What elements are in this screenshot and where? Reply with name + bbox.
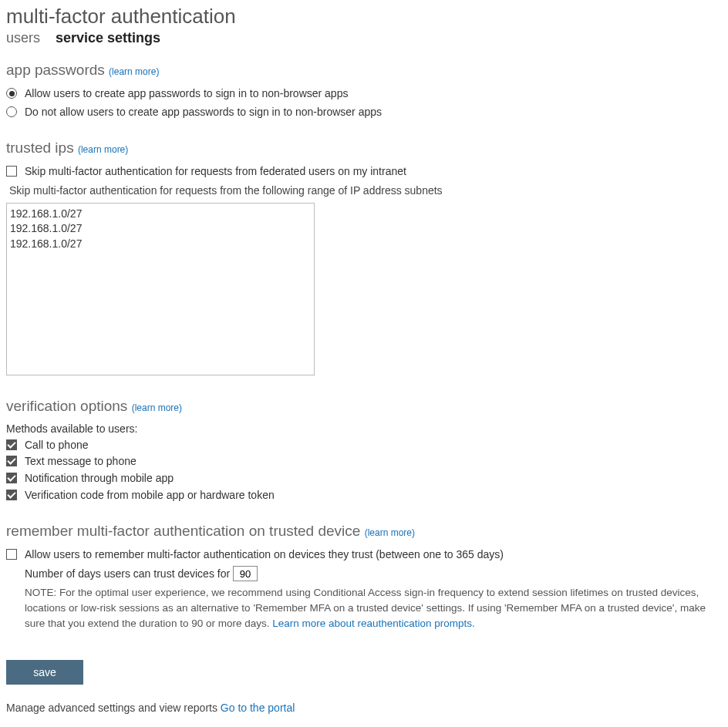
verification-learn-more-link[interactable]: learn more: [132, 402, 182, 413]
checkbox-text-label: Text message to phone: [25, 454, 136, 470]
methods-available-label: Methods available to users:: [6, 422, 722, 435]
trusted-ips-heading: trusted ips learn more: [6, 140, 722, 157]
go-to-portal-link[interactable]: Go to the portal: [221, 702, 295, 714]
remember-learn-more-link[interactable]: learn more: [365, 527, 415, 538]
radio-disallow-app-passwords[interactable]: [6, 106, 17, 117]
checkbox-skip-federated-label: Skip multi-factor authentication for req…: [25, 164, 406, 180]
section-verification-options: verification options learn more Methods …: [6, 398, 722, 503]
trusted-ips-textarea[interactable]: [6, 203, 315, 375]
days-trust-input[interactable]: [233, 566, 258, 581]
section-remember-mfa: remember multi-factor authentication on …: [6, 523, 722, 631]
subnet-range-label: Skip multi-factor authentication for req…: [9, 184, 722, 197]
tab-users[interactable]: users: [6, 30, 40, 46]
verification-options-heading: verification options learn more: [6, 398, 722, 415]
app-passwords-heading-text: app passwords: [6, 62, 105, 78]
remember-mfa-heading-text: remember multi-factor authentication on …: [6, 523, 360, 539]
checkbox-call-to-phone[interactable]: [6, 439, 17, 450]
checkbox-allow-remember-label: Allow users to remember multi-factor aut…: [25, 547, 504, 563]
page-title: multi-factor authentication: [6, 5, 722, 29]
tab-service-settings[interactable]: service settings: [56, 30, 160, 46]
checkbox-allow-remember[interactable]: [6, 549, 17, 560]
remember-note: NOTE: For the optimal user experience, w…: [25, 585, 722, 632]
radio-allow-label: Allow users to create app passwords to s…: [25, 86, 348, 102]
trusted-ips-heading-text: trusted ips: [6, 140, 74, 156]
verification-options-heading-text: verification options: [6, 398, 127, 414]
checkbox-app-notify-label: Notification through mobile app: [25, 471, 174, 486]
footer-line: Manage advanced settings and view report…: [6, 702, 722, 714]
checkbox-skip-federated[interactable]: [6, 166, 17, 177]
checkbox-app-notification[interactable]: [6, 473, 17, 483]
remember-mfa-heading: remember multi-factor authentication on …: [6, 523, 722, 540]
reauth-prompts-link[interactable]: Learn more about reauthentication prompt…: [272, 618, 475, 629]
checkbox-app-code[interactable]: [6, 490, 17, 500]
checkbox-text-to-phone[interactable]: [6, 456, 17, 466]
days-trust-label: Number of days users can trust devices f…: [25, 567, 230, 580]
checkbox-app-code-label: Verification code from mobile app or har…: [25, 488, 275, 503]
section-app-passwords: app passwords learn more Allow users to …: [6, 62, 722, 119]
save-button[interactable]: save: [6, 660, 83, 685]
tabs: users service settings: [6, 30, 722, 46]
section-trusted-ips: trusted ips learn more Skip multi-factor…: [6, 140, 722, 378]
app-passwords-heading: app passwords learn more: [6, 62, 722, 79]
checkbox-call-label: Call to phone: [25, 438, 89, 453]
footer-text: Manage advanced settings and view report…: [6, 702, 221, 714]
trusted-ips-learn-more-link[interactable]: learn more: [78, 144, 128, 155]
radio-allow-app-passwords[interactable]: [6, 88, 17, 99]
app-passwords-learn-more-link[interactable]: learn more: [109, 66, 159, 77]
radio-disallow-label: Do not allow users to create app passwor…: [25, 105, 382, 120]
